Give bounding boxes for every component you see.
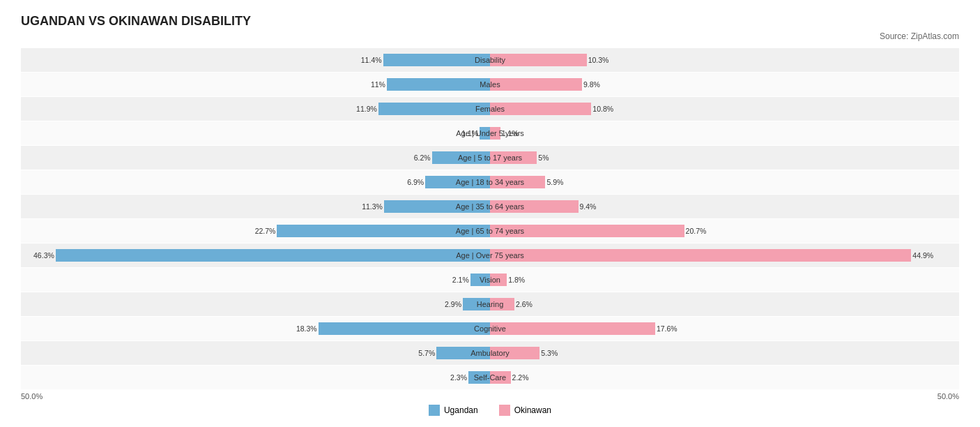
chart-row: Age | 65 to 74 years 22.7% 20.7%: [21, 219, 959, 243]
chart-title: UGANDAN VS OKINAWAN DISABILITY: [21, 14, 959, 29]
val-ugandan: 46.3%: [33, 251, 54, 260]
chart-row: Disability 11.4% 10.3%: [21, 48, 959, 72]
chart-row: Hearing 2.9% 2.6%: [21, 292, 959, 316]
row-label: Ambulatory: [470, 349, 510, 357]
chart-rows: Disability 11.4% 10.3% Males 11%: [21, 48, 959, 389]
val-okinawan: 5%: [538, 153, 549, 162]
val-okinawan: 10.8%: [592, 105, 613, 113]
val-ugandan: 11%: [371, 80, 385, 89]
bar-ugandan: [387, 78, 490, 91]
legend: Ugandan Okinawan: [21, 405, 959, 416]
bar-ugandan: [319, 322, 490, 335]
val-okinawan: 2.6%: [516, 300, 533, 308]
val-okinawan: 9.8%: [583, 80, 600, 89]
val-ugandan: 22.7%: [255, 227, 276, 235]
bar-okinawan: [490, 78, 582, 91]
row-label: Females: [475, 105, 505, 113]
legend-ugandan-label: Ugandan: [444, 405, 478, 415]
val-ugandan: 6.2%: [414, 153, 431, 162]
axis-left: 50.0%: [21, 392, 43, 400]
legend-okinawan-box: [499, 405, 510, 416]
val-okinawan: 44.9%: [912, 251, 933, 260]
val-okinawan: 2.2%: [512, 373, 529, 382]
row-label: Vision: [480, 276, 500, 284]
row-label: Age | 65 to 74 years: [456, 227, 524, 235]
chart-container: Disability 11.4% 10.3% Males 11%: [21, 48, 959, 400]
chart-row: Ambulatory 5.7% 5.3%: [21, 341, 959, 365]
chart-row: Age | Over 75 years 46.3% 44.9%: [21, 244, 959, 267]
axis-right: 50.0%: [937, 392, 959, 400]
bar-ugandan: [383, 54, 490, 66]
val-ugandan: 2.1%: [452, 276, 469, 284]
chart-row: Cognitive 18.3% 17.6%: [21, 317, 959, 340]
row-label: Age | Under 5 years: [456, 129, 524, 137]
row-label: Cognitive: [474, 324, 506, 333]
row-label: Males: [480, 80, 500, 89]
row-label: Age | 35 to 64 years: [456, 202, 524, 211]
val-ugandan: 2.3%: [450, 373, 467, 382]
row-label: Disability: [475, 56, 505, 64]
val-okinawan: 1.8%: [508, 276, 525, 284]
val-ugandan: 11.3%: [362, 202, 383, 211]
bar-okinawan: [490, 322, 655, 335]
chart-row: Age | 5 to 17 years 6.2% 5%: [21, 146, 959, 170]
legend-okinawan: Okinawan: [499, 405, 551, 416]
val-okinawan: 17.6%: [657, 324, 677, 333]
legend-ugandan-box: [429, 405, 440, 416]
val-ugandan: 18.3%: [296, 324, 317, 333]
val-ugandan: 11.4%: [361, 56, 382, 64]
chart-row: Females 11.9% 10.8%: [21, 97, 959, 121]
row-label: Age | 18 to 34 years: [456, 178, 524, 186]
source-label: Source: ZipAtlas.com: [21, 31, 959, 41]
bar-ugandan: [378, 103, 490, 115]
val-okinawan: 5.9%: [546, 178, 563, 186]
chart-row: Self-Care 2.3% 2.2%: [21, 366, 959, 389]
bar-okinawan: [490, 103, 591, 115]
chart-row: Vision 2.1% 1.8%: [21, 268, 959, 292]
val-okinawan: 9.4%: [580, 202, 597, 211]
legend-okinawan-label: Okinawan: [514, 405, 551, 415]
val-ugandan: 2.9%: [445, 300, 461, 308]
val-ugandan: 11.9%: [356, 105, 377, 113]
val-ugandan: 6.9%: [407, 178, 424, 186]
axis-labels: 50.0% 50.0%: [21, 392, 959, 400]
val-ugandan: 5.7%: [418, 349, 435, 357]
row-label: Age | 5 to 17 years: [458, 153, 522, 162]
chart-row: Age | 35 to 64 years 11.3% 9.4%: [21, 195, 959, 218]
chart-row: Age | Under 5 years 1.1% 1.1%: [21, 121, 959, 145]
val-okinawan: 5.3%: [541, 349, 558, 357]
chart-row: Males 11% 9.8%: [21, 73, 959, 96]
row-label: Age | Over 75 years: [456, 251, 524, 260]
row-label: Hearing: [477, 300, 504, 308]
bar-okinawan: [490, 249, 911, 262]
row-label: Self-Care: [474, 373, 506, 382]
chart-row: Age | 18 to 34 years 6.9% 5.9%: [21, 170, 959, 194]
val-okinawan: 20.7%: [686, 227, 707, 235]
val-okinawan: 10.3%: [588, 56, 609, 64]
legend-ugandan: Ugandan: [429, 405, 478, 416]
bar-ugandan: [56, 249, 490, 262]
